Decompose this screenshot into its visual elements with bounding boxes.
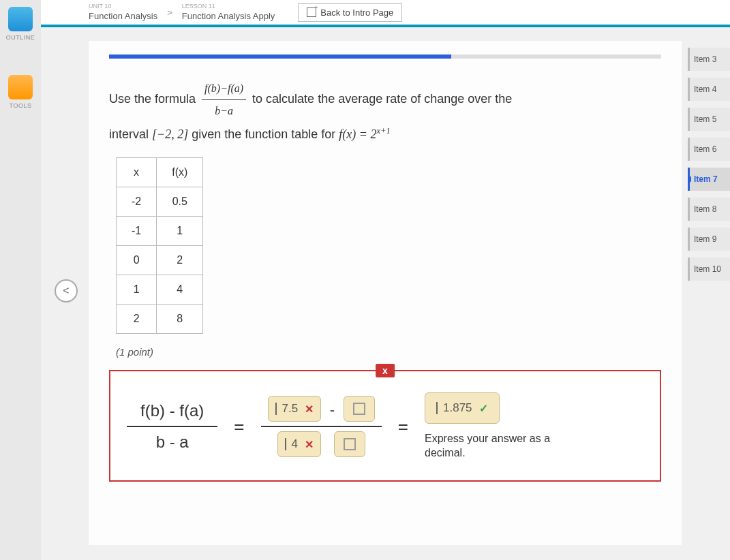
wrong-mark-icon: ✕: [305, 403, 314, 416]
item-nav-6[interactable]: Item 6: [688, 138, 730, 161]
progress-bar: [109, 55, 661, 59]
final-column: 1.875 ✓ Express your answer as a decimal…: [425, 392, 561, 461]
function-definition: f(x) = 2x+1: [339, 127, 391, 141]
breadcrumb-unit[interactable]: UNIT 10 Function Analysis: [89, 4, 157, 21]
header-x: x: [117, 158, 157, 187]
question-prompt: Use the formula f(b)−f(a) b−a to calcula…: [109, 78, 661, 146]
table-row: 28: [117, 305, 203, 334]
item-nav-10[interactable]: Item 10: [688, 258, 730, 281]
header-fx: f(x): [157, 158, 203, 187]
back-to-intro-button[interactable]: Back to Intro Page: [298, 3, 402, 22]
equals-2: =: [398, 416, 408, 437]
numerator-input-2[interactable]: [344, 396, 375, 422]
numerator-input-1[interactable]: 7.5 ✕: [268, 396, 322, 422]
tools-label: TOOLS: [0, 102, 41, 109]
wrong-mark-icon: ✕: [305, 438, 314, 451]
item-nav: Item 3 Item 4 Item 5 Item 6 Item 7 Item …: [688, 48, 730, 281]
item-nav-5[interactable]: Item 5: [688, 108, 730, 131]
incorrect-chip: x: [376, 364, 395, 377]
denominator-input-2[interactable]: [334, 431, 365, 457]
minus-sign: -: [330, 401, 335, 418]
header-divider: [41, 25, 730, 27]
outline-icon[interactable]: [8, 7, 33, 31]
table-row: 02: [117, 246, 203, 275]
answer-box: x f(b) - f(a) b - a = 7.5 ✕ -: [109, 370, 661, 482]
table-header-row: x f(x): [117, 158, 203, 187]
lhs-fraction: f(b) - f(a) b - a: [127, 396, 217, 457]
equation-row: f(b) - f(a) b - a = 7.5 ✕ -: [127, 392, 643, 461]
page-icon: [307, 7, 316, 17]
points-label: (1 point): [116, 346, 661, 358]
collapse-button[interactable]: <: [55, 279, 78, 302]
item-nav-7[interactable]: Item 7: [688, 168, 730, 191]
item-nav-8[interactable]: Item 8: [688, 198, 730, 221]
left-rail: OUTLINE TOOLS: [0, 0, 41, 560]
main-content: Use the formula f(b)−f(a) b−a to calcula…: [89, 41, 682, 545]
breadcrumb: UNIT 10 Function Analysis > LESSON 11 Fu…: [41, 0, 730, 25]
progress-fill: [109, 55, 451, 59]
table-row: -11: [117, 217, 203, 246]
table-row: 14: [117, 275, 203, 305]
correct-mark-icon: ✓: [479, 402, 488, 415]
breadcrumb-separator: >: [167, 7, 172, 18]
tools-icon[interactable]: [8, 75, 33, 99]
item-nav-4[interactable]: Item 4: [688, 78, 730, 101]
breadcrumb-lesson[interactable]: LESSON 11 Function Analysis Apply: [182, 4, 275, 21]
item-nav-3[interactable]: Item 3: [688, 48, 730, 71]
item-nav-9[interactable]: Item 9: [688, 228, 730, 251]
table-row: -20.5: [117, 187, 203, 217]
denominator-input-1[interactable]: 4 ✕: [277, 431, 321, 457]
outline-label: OUTLINE: [0, 34, 41, 41]
final-answer-input[interactable]: 1.875 ✓: [425, 392, 500, 424]
answer-hint: Express your answer as a decimal.: [425, 432, 561, 461]
equals-1: =: [234, 416, 244, 437]
function-table: x f(x) -20.5 -11 02 14 28: [116, 157, 203, 334]
formula-fraction: f(b)−f(a) b−a: [202, 78, 246, 122]
mid-fraction: 7.5 ✕ - 4 ✕: [261, 392, 382, 461]
